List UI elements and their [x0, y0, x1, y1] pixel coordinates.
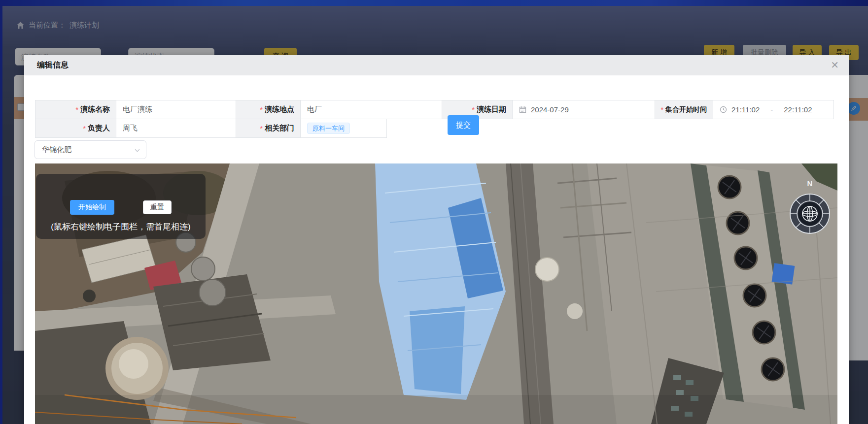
- drill-form: * 演练名称 电厂演练 * 演练地点 电厂 * 演练日期 2024-0: [35, 100, 835, 138]
- drill-name-label: * 演练名称: [35, 100, 116, 119]
- drill-location-label: * 演练地点: [236, 100, 301, 119]
- department-tag[interactable]: 原料一车间: [307, 123, 350, 134]
- submit-button[interactable]: 提交: [448, 115, 479, 135]
- drill-name-field[interactable]: 电厂演练: [116, 100, 236, 119]
- fence-draw-panel: 开始绘制 重置 (鼠标右键绘制电子围栏，需首尾相连): [36, 174, 206, 239]
- app-screen: 当前位置： 演练计划 演练状态 查 询 新 增 批量删除 导 入 导 出: [0, 0, 868, 424]
- assembly-time-field[interactable]: 21:11:02 - 22:11:02: [713, 100, 834, 119]
- globe-icon: [802, 206, 817, 221]
- clock-icon: [720, 106, 727, 113]
- drill-date-field[interactable]: 2024-07-29: [512, 100, 655, 119]
- compass-north-label: N: [807, 179, 813, 188]
- department-field[interactable]: 原料一车间: [300, 119, 387, 138]
- close-icon[interactable]: ✕: [831, 60, 839, 70]
- chevron-down-icon: [134, 147, 140, 153]
- form-row-2: * 负责人 周飞 * 相关部门 原料一车间: [35, 119, 835, 138]
- form-row-1: * 演练名称 电厂演练 * 演练地点 电厂 * 演练日期 2024-0: [35, 100, 835, 119]
- manager-label: * 负责人: [35, 119, 116, 138]
- department-label: * 相关部门: [236, 119, 301, 138]
- reset-button[interactable]: 重置: [143, 200, 172, 214]
- organization-selected-value: 华锦化肥: [42, 145, 71, 155]
- compass[interactable]: N: [785, 178, 834, 238]
- drill-location-field[interactable]: 电厂: [300, 100, 442, 119]
- assembly-time-label: * 集合开始时间: [655, 100, 713, 119]
- draw-hint-text: (鼠标右键绘制电子围栏，需首尾相连): [36, 221, 206, 232]
- edit-info-modal: 编辑信息 ✕ * 演练名称 电厂演练 * 演练地点 电厂 * 演练日期: [24, 55, 849, 424]
- time-separator: -: [770, 105, 773, 114]
- time-start[interactable]: 21:11:02: [731, 105, 760, 114]
- start-draw-button[interactable]: 开始绘制: [70, 200, 114, 215]
- organization-select[interactable]: 华锦化肥: [35, 140, 146, 159]
- modal-header: 编辑信息 ✕: [24, 55, 849, 75]
- modal-title: 编辑信息: [37, 60, 69, 70]
- manager-field[interactable]: 周飞: [116, 119, 236, 138]
- time-end[interactable]: 22:11:02: [784, 105, 812, 114]
- map-aerial[interactable]: 开始绘制 重置 (鼠标右键绘制电子围栏，需首尾相连) N: [35, 163, 837, 424]
- calendar-icon: [519, 106, 526, 113]
